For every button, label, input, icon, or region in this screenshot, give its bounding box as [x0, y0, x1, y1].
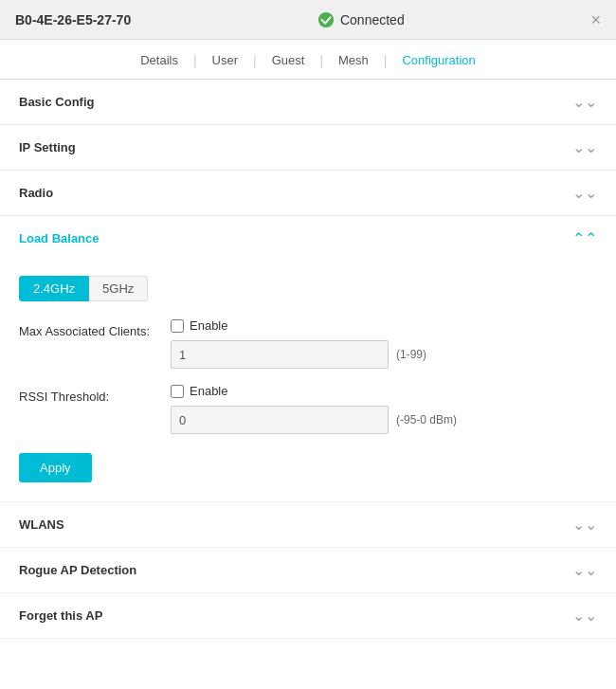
rssi-threshold-row: RSSI Threshold: Enable (-95-0 dBm) — [19, 384, 597, 434]
rssi-threshold-label: RSSI Threshold: — [19, 384, 171, 404]
max-clients-input[interactable] — [171, 340, 389, 369]
max-clients-hint: (1-99) — [396, 348, 426, 361]
nav-tabs: Details | User | Guest | Mesh | Configur… — [0, 40, 616, 80]
tab-details[interactable]: Details — [125, 49, 193, 71]
status-text: Connected — [340, 12, 405, 27]
section-radio-label: Radio — [19, 186, 53, 200]
max-clients-controls: Enable (1-99) — [171, 318, 426, 369]
rssi-enable-row: Enable — [171, 384, 457, 398]
section-ip-setting-label: IP Setting — [19, 140, 76, 154]
device-mac: B0-4E-26-E5-27-70 — [15, 12, 131, 27]
freq-tab-2-4ghz[interactable]: 2.4GHz — [19, 276, 89, 301]
chevron-down-icon: ⌄⌄ — [572, 607, 597, 625]
header: B0-4E-26-E5-27-70 Connected × — [0, 0, 616, 40]
section-basic-config[interactable]: Basic Config ⌄⌄ — [0, 80, 616, 125]
section-wlans-label: WLANS — [19, 517, 64, 532]
chevron-up-icon: ⌃⌃ — [572, 229, 597, 247]
tab-guest[interactable]: Guest — [257, 49, 320, 71]
rssi-input-row: (-95-0 dBm) — [171, 406, 457, 434]
close-button[interactable]: × — [590, 11, 601, 28]
tab-mesh[interactable]: Mesh — [323, 49, 384, 71]
connection-status: Connected — [317, 11, 405, 28]
section-ip-setting[interactable]: IP Setting ⌄⌄ — [0, 125, 616, 171]
rssi-threshold-controls: Enable (-95-0 dBm) — [171, 384, 457, 434]
chevron-down-icon: ⌄⌄ — [572, 561, 597, 579]
load-balance-content: 2.4GHz 5GHz Max Associated Clients: Enab… — [0, 261, 616, 502]
section-forget-ap[interactable]: Forget this AP ⌄⌄ — [0, 593, 616, 639]
max-clients-enable-label: Enable — [190, 318, 227, 333]
section-rogue-ap[interactable]: Rogue AP Detection ⌄⌄ — [0, 548, 616, 593]
section-basic-config-label: Basic Config — [19, 95, 94, 109]
connected-icon — [317, 11, 335, 28]
chevron-down-icon: ⌄⌄ — [572, 138, 597, 156]
chevron-down-icon: ⌄⌄ — [572, 184, 597, 202]
apply-button[interactable]: Apply — [19, 453, 92, 482]
rssi-threshold-input[interactable] — [171, 406, 389, 434]
max-clients-enable-row: Enable — [171, 318, 426, 333]
section-radio[interactable]: Radio ⌄⌄ — [0, 171, 616, 216]
section-load-balance-label: Load Balance — [19, 231, 100, 245]
chevron-down-icon: ⌄⌄ — [572, 93, 597, 111]
rssi-enable-label: Enable — [190, 384, 227, 398]
max-clients-row: Max Associated Clients: Enable (1-99) — [19, 318, 597, 369]
rssi-threshold-checkbox[interactable] — [171, 385, 184, 398]
freq-tab-5ghz[interactable]: 5GHz — [89, 276, 148, 301]
section-rogue-ap-label: Rogue AP Detection — [19, 563, 136, 577]
max-clients-checkbox[interactable] — [171, 319, 184, 333]
section-load-balance[interactable]: Load Balance ⌃⌃ — [0, 216, 616, 261]
section-wlans[interactable]: WLANS ⌄⌄ — [0, 502, 616, 548]
section-forget-ap-label: Forget this AP — [19, 608, 102, 623]
svg-point-0 — [318, 11, 334, 27]
rssi-threshold-hint: (-95-0 dBm) — [396, 413, 457, 426]
max-clients-label: Max Associated Clients: — [19, 318, 171, 338]
chevron-down-icon: ⌄⌄ — [572, 516, 597, 534]
tab-configuration[interactable]: Configuration — [387, 49, 490, 71]
max-clients-input-row: (1-99) — [171, 340, 426, 369]
tab-user[interactable]: User — [197, 49, 253, 71]
frequency-tabs: 2.4GHz 5GHz — [19, 276, 597, 301]
